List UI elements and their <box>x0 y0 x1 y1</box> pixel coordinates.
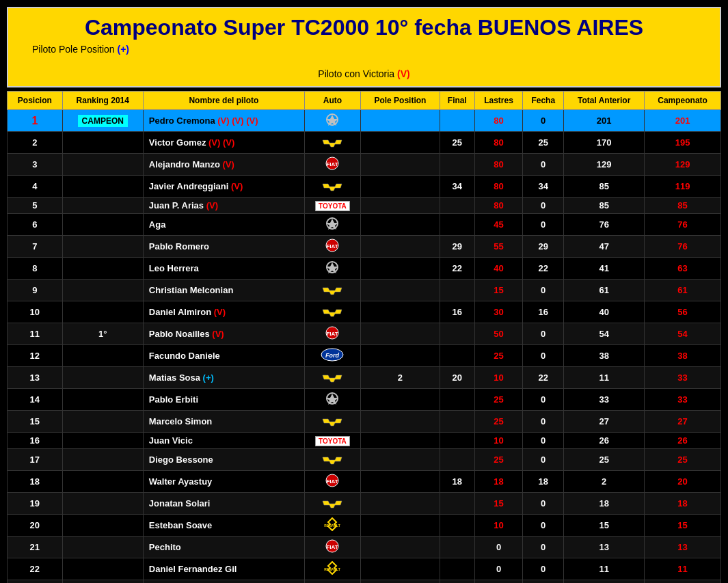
cell-pole <box>360 198 440 214</box>
cell-name: Jonatan Solari <box>143 493 304 515</box>
cell-position: 23 <box>8 580 63 584</box>
cell-name: Alejandro Manzo (V) <box>143 154 304 176</box>
table-row: 8Leo Herrera2240224163 <box>8 258 721 280</box>
cell-final <box>440 558 475 580</box>
cell-lastres: 25 <box>474 411 523 433</box>
svg-text:Ford: Ford <box>325 352 339 359</box>
cell-fecha: 0 <box>523 493 564 515</box>
cell-final <box>440 389 475 411</box>
table-row: 19Jonatan Solari1501818 <box>8 493 721 515</box>
cell-final: 20 <box>440 367 475 389</box>
cell-logo <box>305 132 361 154</box>
header-fecha: Fecha <box>523 92 564 110</box>
header-nombre: Nombre del piloto <box>143 92 304 110</box>
cell-total: 15 <box>564 515 645 537</box>
cell-position: 4 <box>8 176 63 198</box>
cell-ranking: 1° <box>62 323 143 345</box>
cell-pole <box>360 214 440 236</box>
cell-position: 18 <box>8 471 63 493</box>
cell-pole <box>360 389 440 411</box>
cell-fecha: 0 <box>523 110 564 132</box>
cell-lastres: 25 <box>474 389 523 411</box>
svg-marker-13 <box>323 310 342 316</box>
cell-final: 16 <box>440 301 475 323</box>
cell-logo <box>305 280 361 301</box>
cell-pole <box>360 301 440 323</box>
cell-name: Pablo Romero <box>143 236 304 258</box>
cell-campeonato: 25 <box>645 449 721 471</box>
cell-ranking <box>62 537 143 558</box>
cell-lastres: 15 <box>474 280 523 301</box>
cell-final <box>440 110 475 132</box>
svg-marker-25 <box>323 501 342 508</box>
cell-fecha: 0 <box>523 345 564 367</box>
cell-logo: Ford <box>305 345 361 367</box>
cell-pole <box>360 515 440 537</box>
cell-campeonato: 201 <box>645 110 721 132</box>
cell-ranking <box>62 580 143 584</box>
cell-name: Diego Bessone <box>143 449 304 471</box>
table-row: 6Aga4507676 <box>8 214 721 236</box>
svg-marker-18 <box>323 375 342 382</box>
cell-position: 20 <box>8 515 63 537</box>
main-title: Campeonato Super TC2000 10° fecha BUENOS… <box>18 15 710 40</box>
cell-name: Pablo Noailles (V) <box>143 323 304 345</box>
cell-pole <box>360 537 440 558</box>
cell-pole <box>360 280 440 301</box>
cell-position: 3 <box>8 154 63 176</box>
cell-fecha: 0 <box>523 515 564 537</box>
cell-position: 5 <box>8 198 63 214</box>
cell-fecha: 0 <box>523 389 564 411</box>
header-pole: Pole Position <box>360 92 440 110</box>
table-row: 12Facundo DanieleFord2503838 <box>8 345 721 367</box>
cell-total: 61 <box>564 280 645 301</box>
cell-ranking <box>62 449 143 471</box>
cell-total: 129 <box>564 154 645 176</box>
table-row: 21PechitoFIAT001313 <box>8 537 721 558</box>
cell-lastres: 0 <box>474 580 523 584</box>
cell-ranking <box>62 471 143 493</box>
cell-position: 21 <box>8 537 63 558</box>
cell-logo: FIAT <box>305 471 361 493</box>
cell-pole <box>360 558 440 580</box>
cell-pole <box>360 493 440 515</box>
cell-total: 18 <box>564 493 645 515</box>
cell-logo: RENAULT <box>305 558 361 580</box>
svg-marker-12 <box>323 288 342 295</box>
cell-total: 38 <box>564 345 645 367</box>
svg-marker-5 <box>323 184 342 191</box>
victoria-line: Piloto con Victoria (V) <box>18 62 710 83</box>
cell-logo: FIAT <box>305 236 361 258</box>
cell-lastres: 80 <box>474 154 523 176</box>
table-row: 15Marcelo Simon2502727 <box>8 411 721 433</box>
cell-position: 16 <box>8 433 63 449</box>
cell-total: 47 <box>564 236 645 258</box>
table-row: 23Braian KeslerFIAT0088 <box>8 580 721 584</box>
cell-fecha: 0 <box>523 154 564 176</box>
cell-pole <box>360 132 440 154</box>
page-wrapper: Campeonato Super TC2000 10° fecha BUENOS… <box>0 0 728 583</box>
header-final: Final <box>440 92 475 110</box>
cell-campeonato: 8 <box>645 580 721 584</box>
cell-fecha: 16 <box>523 301 564 323</box>
table-row: 18Walter AyastuyFIAT181818220 <box>8 471 721 493</box>
cell-ranking <box>62 176 143 198</box>
cell-campeonato: 27 <box>645 411 721 433</box>
cell-position: 13 <box>8 367 63 389</box>
cell-total: 54 <box>564 323 645 345</box>
cell-pole <box>360 258 440 280</box>
cell-final <box>440 493 475 515</box>
svg-marker-21 <box>323 419 342 426</box>
cell-final <box>440 449 475 471</box>
cell-pole <box>360 176 440 198</box>
cell-name: Marcelo Simon <box>143 411 304 433</box>
cell-final: 25 <box>440 132 475 154</box>
cell-campeonato: 76 <box>645 236 721 258</box>
cell-fecha: 18 <box>523 471 564 493</box>
cell-final <box>440 323 475 345</box>
svg-text:FIAT: FIAT <box>327 544 338 550</box>
cell-logo <box>305 176 361 198</box>
cell-logo: FIAT <box>305 323 361 345</box>
cell-campeonato: 33 <box>645 367 721 389</box>
cell-fecha: 22 <box>523 367 564 389</box>
